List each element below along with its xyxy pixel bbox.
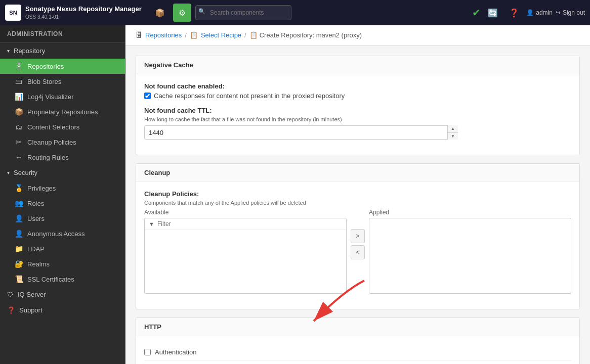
sidebar-group-repository: ▾ Repository 🗄 Repositories 🗃 Blob Store…: [0, 43, 125, 165]
recipe-icon-bc: 📋: [190, 31, 198, 39]
http-body: Authentication HTTP request settings: [136, 336, 579, 364]
sidebar-group-support: ❓ Support: [0, 302, 125, 318]
sidebar-group-security-header[interactable]: ▾ Security: [0, 165, 125, 180]
sidebar-header: Administration: [0, 25, 125, 43]
dual-list-buttons: > <: [351, 209, 365, 259]
search-input[interactable]: [195, 5, 291, 20]
ttl-input[interactable]: [144, 125, 458, 140]
applied-list-items: [369, 218, 571, 279]
not-found-enabled-field: Not found cache enabled: Cache responses…: [144, 82, 571, 100]
iq-icon: 🛡: [7, 291, 14, 298]
signout-icon: ↪: [556, 9, 561, 16]
sidebar-item-ssl-certificates[interactable]: 📜 SSL Certificates: [0, 271, 125, 287]
cleanup-section: Cleanup Cleanup Policies: Components tha…: [136, 163, 580, 309]
available-filter-input[interactable]: [157, 220, 342, 228]
proprietary-icon: 📦: [14, 108, 23, 116]
breadcrumb-sep-1: /: [185, 31, 187, 39]
sidebar-group-iq-header[interactable]: 🛡 IQ Server: [0, 287, 125, 302]
brand-logo: SN: [5, 5, 21, 21]
roles-icon: 👥: [14, 199, 23, 207]
cleanup-policies-hint: Components that match any of the Applied…: [144, 200, 571, 206]
breadcrumb-current-label: Create Repository: maven2 (proxy): [260, 31, 362, 39]
brand-title: Sonatype Nexus Repository Manager: [25, 5, 142, 14]
status-icon: ✔: [472, 7, 481, 19]
navbar-right: ✔ 🔄 ❓ 👤 admin ↪ Sign out: [472, 4, 585, 22]
breadcrumb-root-label: Repositories: [145, 31, 182, 39]
applied-label: Applied: [369, 209, 571, 216]
breadcrumb-step1-label: Select Recipe: [201, 31, 241, 39]
cleanup-policies-icon: ✂: [14, 138, 23, 146]
navbar: SN Sonatype Nexus Repository Manager OSS…: [0, 0, 590, 25]
sidebar-item-privileges[interactable]: 🏅 Privileges: [0, 180, 125, 196]
negative-cache-body: Not found cache enabled: Cache responses…: [136, 74, 579, 155]
http-section: HTTP Authentication HTTP request setting…: [136, 317, 580, 364]
not-found-checkbox-row[interactable]: Cache responses for content not present …: [144, 92, 571, 100]
sidebar-item-realms[interactable]: 🔐 Realms: [0, 256, 125, 271]
sidebar-item-realms-label: Realms: [27, 260, 50, 268]
ttl-increment-btn[interactable]: ▲: [448, 125, 458, 133]
blob-stores-icon: 🗃: [14, 77, 23, 85]
not-found-checkbox[interactable]: [144, 93, 151, 99]
content-area: Negative Cache Not found cache enabled: …: [125, 46, 590, 364]
user-btn[interactable]: 👤 admin: [526, 9, 553, 16]
sidebar-group-iq: 🛡 IQ Server: [0, 287, 125, 302]
sidebar-item-anonymous-access[interactable]: 👤 Anonymous Access: [0, 226, 125, 241]
cleanup-body: Cleanup Policies: Components that match …: [136, 182, 579, 309]
refresh-btn[interactable]: 🔄: [484, 4, 502, 22]
signout-btn[interactable]: ↪ Sign out: [556, 9, 585, 16]
routing-rules-icon: ↔: [14, 153, 23, 161]
sidebar-item-content-selectors[interactable]: 🗂 Content Selectors: [0, 119, 125, 134]
sidebar-item-repositories[interactable]: 🗄 Repositories: [0, 59, 125, 74]
breadcrumb-select-recipe[interactable]: Select Recipe: [201, 31, 241, 39]
cleanup-policies-field: Cleanup Policies: Components that match …: [144, 190, 571, 294]
breadcrumb-sep-2: /: [244, 31, 246, 39]
sidebar-item-log4j[interactable]: 📊 Log4j Visualizer: [0, 89, 125, 104]
breadcrumb: 🗄 Repositories / 📋 Select Recipe / 📋 Cre…: [125, 25, 590, 46]
not-found-ttl-hint: How long to cache the fact that a file w…: [144, 116, 571, 122]
sidebar-item-users[interactable]: 👤 Users: [0, 211, 125, 226]
cleanup-policies-label: Cleanup Policies:: [144, 190, 571, 198]
breadcrumb-repositories[interactable]: Repositories: [145, 31, 182, 39]
negative-cache-section: Negative Cache Not found cache enabled: …: [136, 56, 580, 155]
sidebar-item-content-selectors-label: Content Selectors: [27, 123, 79, 131]
main-content: 🗄 Repositories / 📋 Select Recipe / 📋 Cre…: [125, 25, 590, 364]
sidebar-item-proprietary[interactable]: 📦 Proprietary Repositories: [0, 104, 125, 119]
sidebar-item-blob-stores[interactable]: 🗃 Blob Stores: [0, 74, 125, 89]
sidebar-group-repository-label: Repository: [14, 47, 45, 55]
brand-text: Sonatype Nexus Repository Manager OSS 3.…: [25, 5, 142, 20]
sidebar-group-support-header[interactable]: ❓ Support: [0, 302, 125, 318]
available-list-box[interactable]: ▼: [144, 218, 347, 294]
sidebar-item-ldap[interactable]: 📁 LDAP: [0, 241, 125, 256]
username-label: admin: [536, 9, 553, 16]
current-icon-bc: 📋: [249, 31, 258, 39]
sidebar-item-routing-rules[interactable]: ↔ Routing Rules: [0, 150, 125, 165]
move-left-btn[interactable]: <: [351, 245, 365, 259]
sidebar-group-repository-header[interactable]: ▾ Repository: [0, 43, 125, 59]
available-list-items: [145, 230, 346, 291]
browse-icon-btn[interactable]: 📦: [151, 4, 169, 22]
chevron-down-icon: ▾: [7, 48, 10, 54]
applied-list-box[interactable]: [369, 218, 571, 294]
move-right-btn[interactable]: >: [351, 229, 365, 243]
users-icon: 👤: [14, 214, 23, 222]
sidebar-item-users-label: Users: [27, 215, 45, 222]
negative-cache-header: Negative Cache: [136, 56, 579, 74]
filter-icon: ▼: [149, 221, 154, 227]
support-icon: ❓: [7, 306, 15, 314]
sidebar-item-anonymous-access-label: Anonymous Access: [27, 230, 85, 238]
layout: Administration ▾ Repository 🗄 Repositori…: [0, 25, 590, 364]
brand: SN Sonatype Nexus Repository Manager OSS…: [5, 5, 142, 21]
not-found-ttl-field: Not found cache TTL: How long to cache t…: [144, 107, 571, 140]
available-filter-row: ▼: [145, 218, 346, 230]
ldap-icon: 📁: [14, 245, 23, 253]
settings-icon-btn[interactable]: ⚙: [173, 4, 191, 22]
sidebar-item-roles[interactable]: 👥 Roles: [0, 196, 125, 211]
authentication-row: Authentication: [144, 344, 571, 360]
ttl-decrement-btn[interactable]: ▼: [448, 133, 458, 140]
sidebar-group-security-label: Security: [14, 169, 37, 176]
help-btn[interactable]: ❓: [505, 4, 523, 22]
sidebar-item-ldap-label: LDAP: [27, 245, 45, 253]
authentication-checkbox[interactable]: [144, 349, 151, 355]
repositories-icon: 🗄: [14, 62, 23, 70]
sidebar-item-cleanup-policies[interactable]: ✂ Cleanup Policies: [0, 134, 125, 150]
